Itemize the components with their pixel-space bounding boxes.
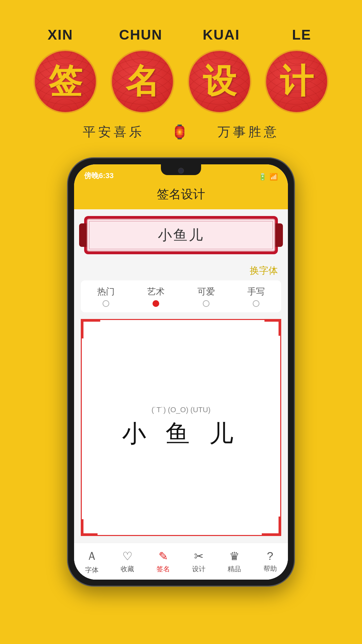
- circle-3: 计: [265, 50, 328, 113]
- subtitle-left: 平安喜乐: [83, 123, 144, 141]
- pinyin-chun: CHUN: [111, 27, 171, 43]
- phone-inner: 傍晚6:33 🔋 📶 签名设计: [74, 164, 288, 580]
- tab-cute[interactable]: 可爱: [197, 286, 215, 307]
- nav-premium[interactable]: ♛ 精品: [228, 549, 241, 574]
- status-icons: 🔋 📶: [258, 173, 278, 181]
- pinyin-kuai: KUAI: [191, 27, 251, 43]
- tab-cute-label: 可爱: [197, 286, 215, 298]
- circle-0: 签: [34, 50, 97, 113]
- corner-bl: [81, 519, 98, 536]
- circle-1: 名: [111, 50, 174, 113]
- status-time: 傍晚6:33: [84, 171, 114, 181]
- font-change-button[interactable]: 换字体: [250, 265, 278, 276]
- circle-char-2: 设: [203, 59, 236, 104]
- tab-popular[interactable]: 热门: [97, 286, 115, 307]
- app-content: 小鱼儿 换字体 热门 艺术: [74, 209, 288, 580]
- tab-popular-label: 热门: [97, 286, 115, 298]
- scroll-main: 小鱼儿: [84, 216, 278, 254]
- nav-favorite[interactable]: ♡ 收藏: [121, 549, 134, 574]
- circles-row: 签 名 设 计: [34, 50, 328, 113]
- scissors-icon: ✂: [194, 549, 203, 563]
- tab-popular-dot: [103, 300, 109, 307]
- top-section: XIN CHUN KUAI LE 签 名 设 计 平安喜乐 🏮 万事胜意: [0, 0, 362, 154]
- nav-favorite-label: 收藏: [121, 565, 134, 574]
- nav-help-label: 帮助: [263, 564, 277, 573]
- nav-signature-label: 签名: [157, 565, 170, 574]
- nav-premium-label: 精品: [228, 565, 241, 574]
- nav-help[interactable]: ? 帮助: [263, 549, 277, 573]
- scroll-banner[interactable]: 小鱼儿: [74, 209, 288, 261]
- tab-handwrite-label: 手写: [247, 286, 265, 298]
- corner-tr: [264, 319, 281, 336]
- heart-icon: ♡: [122, 549, 132, 563]
- tab-row: 热门 艺术 可爱 手写: [81, 280, 281, 312]
- circle-char-3: 计: [280, 59, 313, 104]
- tab-art-dot: [153, 300, 159, 307]
- nav-signature[interactable]: ✎ 签名: [157, 549, 170, 574]
- scroll-text: 小鱼儿: [158, 227, 204, 243]
- phone-wrapper: 傍晚6:33 🔋 📶 签名设计: [0, 157, 362, 587]
- battery-icon: 🔋: [258, 173, 267, 181]
- tab-art-label: 艺术: [147, 286, 165, 298]
- app-title: 签名设计: [157, 187, 205, 201]
- tab-art[interactable]: 艺术: [147, 286, 165, 307]
- preview-emoticons: (˙T˙) (O_O) (UTU): [152, 406, 210, 414]
- nav-font[interactable]: Ａ 字体: [85, 548, 99, 575]
- bottom-nav: Ａ 字体 ♡ 收藏 ✎ 签名 ✂ 设计: [74, 543, 288, 580]
- circle-char-1: 名: [126, 59, 159, 104]
- font-icon: Ａ: [86, 548, 98, 564]
- preview-area: (˙T˙) (O_O) (UTU) 小 鱼 儿: [81, 319, 281, 536]
- pinyin-xin: XIN: [30, 27, 90, 43]
- subtitle-right: 万事胜意: [218, 123, 279, 141]
- tab-cute-dot: [203, 300, 209, 307]
- tab-handwrite[interactable]: 手写: [247, 286, 265, 307]
- wifi-icon: 📶: [269, 173, 278, 181]
- phone-camera: [178, 168, 184, 174]
- help-icon: ?: [267, 549, 273, 562]
- pen-icon: ✎: [159, 549, 168, 563]
- subtitle-row: 平安喜乐 🏮 万事胜意: [83, 123, 279, 141]
- circle-char-0: 签: [49, 59, 82, 104]
- tab-handwrite-dot: [253, 300, 259, 307]
- font-change-row: 换字体: [74, 261, 288, 280]
- nav-design-label: 设计: [192, 565, 205, 574]
- nav-design[interactable]: ✂ 设计: [192, 549, 205, 574]
- pinyin-le: LE: [272, 27, 332, 43]
- nav-font-label: 字体: [85, 566, 99, 575]
- circle-2: 设: [188, 50, 251, 113]
- scroll-inner: 小鱼儿: [87, 219, 275, 252]
- crown-icon: ♛: [229, 549, 239, 563]
- phone-mockup: 傍晚6:33 🔋 📶 签名设计: [67, 157, 295, 587]
- app-header: 签名设计: [74, 183, 288, 209]
- scroll-decor: 小鱼儿: [84, 216, 278, 254]
- lantern-icon: 🏮: [171, 124, 191, 140]
- pinyin-row: XIN CHUN KUAI LE: [30, 27, 332, 43]
- preview-chars: 小 鱼 儿: [122, 418, 240, 450]
